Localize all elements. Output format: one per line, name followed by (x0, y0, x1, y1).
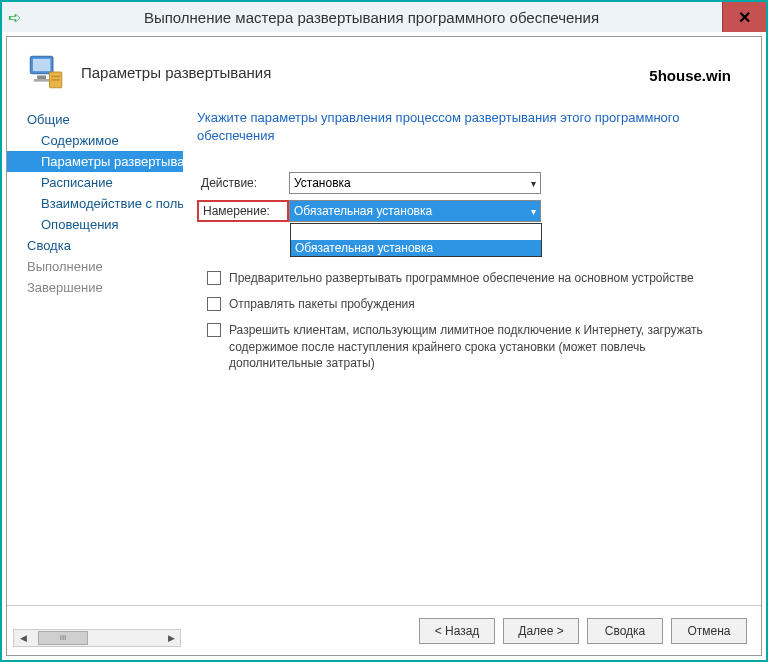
wizard-steps-sidebar: ОбщиеСодержимоеПараметры развертыванияРа… (7, 103, 183, 605)
sidebar-item: Выполнение (7, 256, 183, 277)
svg-rect-3 (34, 79, 50, 82)
purpose-select-value: Обязательная установка (294, 204, 432, 218)
scroll-right-icon[interactable]: ▶ (162, 630, 180, 646)
svg-rect-2 (37, 76, 46, 80)
page-title: Параметры развертывания (81, 64, 271, 81)
wizard-body: Параметры развертывания 5house.win Общие… (6, 36, 762, 656)
instruction-text: Укажите параметры управления процессом р… (197, 109, 741, 144)
sidebar-item[interactable]: Сводка (7, 235, 183, 256)
action-select[interactable]: Установка ▾ (289, 172, 541, 194)
page-header: Параметры развертывания 5house.win (7, 37, 761, 103)
wakeup-label: Отправлять пакеты пробуждения (229, 296, 415, 312)
window-title: Выполнение мастера развертывания програм… (21, 9, 722, 26)
purpose-dropdown: Доступно к установке Обязательная устано… (290, 223, 542, 257)
titlebar: ➪ Выполнение мастера развертывания прогр… (2, 2, 766, 32)
scroll-track[interactable]: III (32, 630, 162, 646)
svg-rect-1 (33, 59, 51, 71)
predeploy-checkbox[interactable] (207, 271, 221, 285)
next-button[interactable]: Далее > (503, 618, 579, 644)
predeploy-label: Предварительно развертывать программное … (229, 270, 694, 286)
scroll-thumb[interactable]: III (38, 631, 88, 645)
wizard-icon (25, 51, 67, 93)
purpose-select[interactable]: Обязательная установка ▾ Доступно к уста… (289, 200, 541, 222)
cancel-button[interactable]: Отмена (671, 618, 747, 644)
metered-label: Разрешить клиентам, использующим лимитно… (229, 322, 729, 371)
action-select-value: Установка (294, 176, 351, 190)
chevron-down-icon: ▾ (531, 178, 536, 189)
scroll-left-icon[interactable]: ◀ (14, 630, 32, 646)
sidebar-item[interactable]: Параметры развертывания (7, 151, 183, 172)
action-label: Действие: (197, 174, 289, 192)
watermark: 5house.win (649, 67, 731, 84)
sidebar-scrollbar[interactable]: ◀ III ▶ (13, 629, 181, 647)
wakeup-checkbox[interactable] (207, 297, 221, 311)
wizard-arrow-icon: ➪ (8, 8, 21, 27)
sidebar-item: Завершение (7, 277, 183, 298)
sidebar-item[interactable]: Оповещения (7, 214, 183, 235)
back-button[interactable]: < Назад (419, 618, 495, 644)
sidebar-item[interactable]: Общие (7, 109, 183, 130)
purpose-option-available[interactable]: Доступно к установке (291, 224, 541, 240)
purpose-label: Намерение: (197, 200, 289, 222)
sidebar-item[interactable]: Содержимое (7, 130, 183, 151)
svg-rect-6 (51, 79, 60, 81)
wizard-footer: ◀ III ▶ < Назад Далее > Сводка Отмена (7, 605, 761, 655)
sidebar-item[interactable]: Расписание (7, 172, 183, 193)
summary-button[interactable]: Сводка (587, 618, 663, 644)
main-panel: Укажите параметры управления процессом р… (183, 103, 761, 605)
metered-checkbox[interactable] (207, 323, 221, 337)
purpose-option-required[interactable]: Обязательная установка (291, 240, 541, 256)
sidebar-item[interactable]: Взаимодействие с пользователем (7, 193, 183, 214)
svg-rect-5 (51, 76, 60, 78)
close-button[interactable]: ✕ (722, 2, 766, 32)
chevron-down-icon: ▾ (531, 206, 536, 217)
